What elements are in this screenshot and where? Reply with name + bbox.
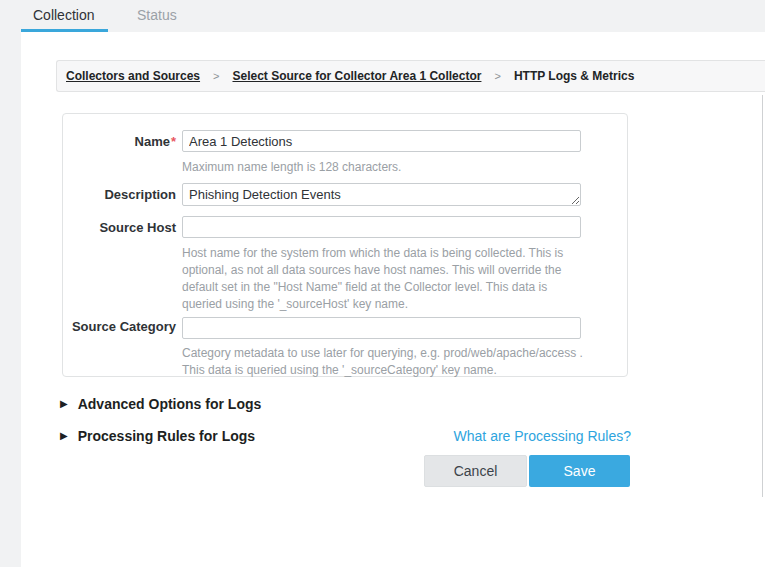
breadcrumb-select-source[interactable]: Select Source for Collector Area 1 Colle… (232, 69, 481, 83)
source-category-input[interactable] (182, 317, 581, 339)
source-config-panel: Name* Maximum name length is 128 charact… (62, 113, 628, 377)
breadcrumb-collectors-and-sources[interactable]: Collectors and Sources (66, 69, 200, 83)
breadcrumb: Collectors and Sources > Select Source f… (56, 60, 765, 92)
processing-rules-label: Processing Rules for Logs (78, 428, 255, 444)
processing-rules-section-toggle[interactable]: ▶ Processing Rules for Logs (60, 428, 255, 444)
advanced-options-section-toggle[interactable]: ▶ Advanced Options for Logs (60, 396, 261, 412)
scrollbar-track[interactable] (762, 95, 763, 497)
source-host-helper-text: Host name for the system from which the … (182, 245, 578, 313)
required-asterisk: * (171, 134, 176, 149)
page: Collection Status Collectors and Sources… (0, 0, 765, 567)
breadcrumb-current-page: HTTP Logs & Metrics (514, 69, 634, 83)
what-are-processing-rules-link[interactable]: What are Processing Rules? (454, 428, 631, 444)
source-host-label: Source Host (63, 220, 176, 235)
tab-collection[interactable]: Collection (33, 7, 94, 23)
name-label: Name* (63, 134, 176, 149)
breadcrumb-separator: > (213, 70, 219, 82)
source-category-label: Source Category (63, 319, 176, 334)
content-area: Collectors and Sources > Select Source f… (21, 32, 765, 567)
source-category-helper-text: Category metadata to use later for query… (182, 345, 584, 379)
collapsed-arrow-icon: ▶ (60, 431, 68, 441)
source-host-input[interactable] (182, 216, 581, 238)
name-helper-text: Maximum name length is 128 characters. (182, 159, 401, 176)
description-textarea[interactable]: Phishing Detection Events (182, 183, 581, 206)
breadcrumb-separator: > (494, 70, 500, 82)
collapsed-arrow-icon: ▶ (60, 399, 68, 409)
name-input[interactable] (182, 130, 581, 152)
name-label-text: Name (135, 134, 170, 149)
save-button[interactable]: Save (529, 455, 630, 487)
description-label: Description (63, 187, 176, 202)
cancel-button[interactable]: Cancel (424, 455, 527, 487)
advanced-options-label: Advanced Options for Logs (78, 396, 262, 412)
tab-status[interactable]: Status (137, 7, 177, 23)
